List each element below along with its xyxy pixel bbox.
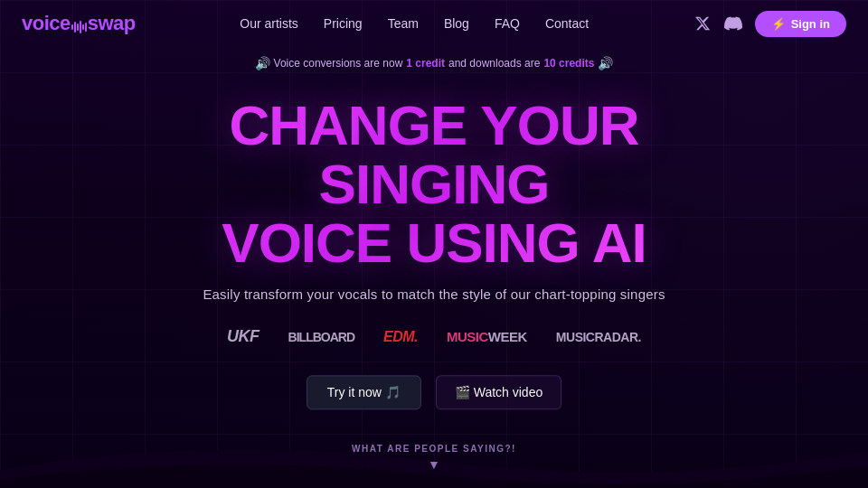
- nav-item-contact[interactable]: Contact: [545, 15, 589, 32]
- logo-text: voice swap: [22, 12, 136, 35]
- watch-video-button[interactable]: 🎬 Watch video: [436, 376, 561, 410]
- logo[interactable]: voice swap: [22, 12, 136, 35]
- nav-right: ⚡ Sign in: [693, 11, 846, 37]
- hero-subtitle: Easily transform your vocals to match th…: [118, 287, 750, 303]
- bottom-indicator[interactable]: WHAT ARE PEOPLE SAYING?! ▼: [352, 444, 516, 472]
- bottom-indicator-label: WHAT ARE PEOPLE SAYING?!: [352, 444, 516, 454]
- logo-wave-icon: [71, 21, 87, 33]
- cta-row: Try it now 🎵 🎬 Watch video: [118, 376, 750, 410]
- brand-musicweek: MusicWeek: [447, 330, 527, 345]
- nav-item-pricing[interactable]: Pricing: [324, 15, 363, 32]
- navbar: voice swap Our artists Pricing Team Blog…: [0, 0, 868, 47]
- nav-item-blog[interactable]: Blog: [444, 15, 469, 32]
- twitter-icon[interactable]: [693, 14, 712, 33]
- brand-ukf: UKF: [227, 328, 259, 347]
- brand-edm: edm.: [383, 329, 418, 345]
- announcement-credit2: 10 credits: [543, 57, 594, 70]
- brand-logos: UKF billboard edm. MusicWeek musicradar.: [118, 328, 750, 347]
- announcement-banner: 🔊 Voice conversions are now 1 credit and…: [255, 56, 614, 70]
- lightning-icon: ⚡: [771, 17, 786, 31]
- announcement-bracket-close: 🔊: [598, 56, 613, 70]
- announcement-bracket-open: 🔊: [255, 56, 270, 70]
- discord-icon[interactable]: [724, 14, 742, 33]
- brand-billboard: billboard: [288, 330, 354, 344]
- announcement-credit1: 1 credit: [406, 57, 445, 70]
- sign-in-button[interactable]: ⚡ Sign in: [755, 11, 846, 37]
- announcement-text-before: Voice conversions are now: [274, 57, 403, 70]
- nav-item-our-artists[interactable]: Our artists: [240, 15, 298, 32]
- announcement-text-middle: and downloads are: [448, 57, 540, 70]
- nav-item-team[interactable]: Team: [388, 15, 419, 32]
- hero-section: CHANGE YOUR SINGING VOICE USING AI Easil…: [118, 96, 750, 409]
- brand-musicradar: musicradar.: [556, 330, 641, 344]
- chevron-down-icon: ▼: [428, 457, 440, 472]
- hero-title: CHANGE YOUR SINGING VOICE USING AI: [118, 96, 750, 272]
- nav-item-faq[interactable]: FAQ: [495, 15, 520, 32]
- try-it-now-button[interactable]: Try it now 🎵: [307, 376, 421, 410]
- nav-links: Our artists Pricing Team Blog FAQ Contac…: [240, 15, 589, 32]
